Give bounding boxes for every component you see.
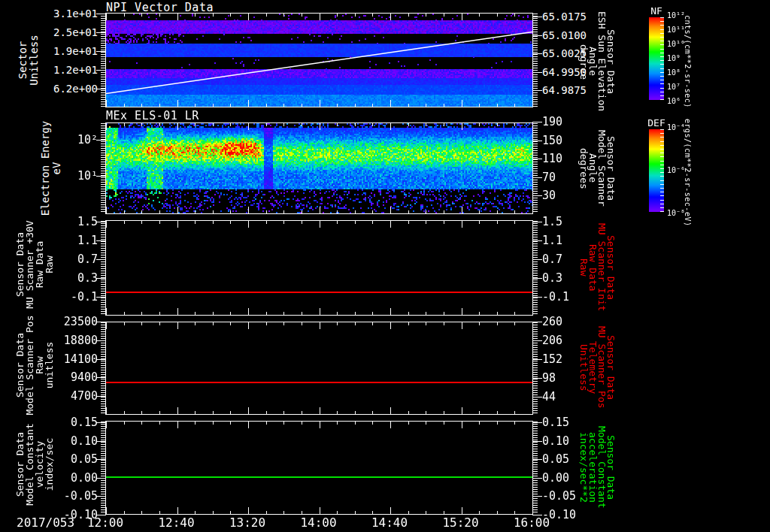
major-tick bbox=[96, 222, 106, 222]
panel5-plot bbox=[105, 421, 533, 515]
tick-label: 1.2e+01 bbox=[23, 63, 98, 77]
major-tick bbox=[96, 240, 106, 241]
x-tick-label: 14:40 bbox=[365, 515, 414, 530]
major-tick bbox=[96, 422, 106, 423]
major-tick bbox=[96, 278, 106, 279]
x-tick-label: 12:40 bbox=[152, 515, 202, 530]
tick-label: 1.1 bbox=[23, 234, 98, 247]
major-tick bbox=[532, 340, 542, 341]
major-tick bbox=[532, 359, 542, 360]
x-tick-label: 15:20 bbox=[436, 515, 486, 530]
tick-label: 6.2e+00 bbox=[23, 82, 98, 95]
tick-label: 0.05 bbox=[23, 452, 98, 466]
major-tick bbox=[532, 441, 542, 442]
major-tick bbox=[532, 72, 542, 73]
major-tick bbox=[532, 222, 542, 222]
major-tick bbox=[532, 496, 542, 497]
major-tick bbox=[96, 70, 106, 71]
axis-ticks bbox=[106, 210, 533, 213]
major-tick bbox=[532, 177, 542, 178]
axis-ticks bbox=[106, 322, 533, 325]
colorbar-def-label: DEF bbox=[644, 117, 669, 128]
colorbar-nf bbox=[649, 17, 664, 100]
tick-label: 0.10 bbox=[23, 434, 98, 448]
axis-ticks bbox=[106, 104, 533, 107]
x-tick-label: 12:00 bbox=[80, 515, 130, 530]
axis-ticks bbox=[106, 422, 533, 425]
major-tick bbox=[96, 359, 106, 360]
colorbar-nf-label: NF bbox=[644, 5, 669, 17]
tick-label: 14100 bbox=[23, 352, 98, 366]
panel1-plot bbox=[105, 13, 533, 107]
tick-label: 1.5 bbox=[23, 215, 98, 228]
major-tick bbox=[96, 259, 106, 260]
major-tick bbox=[96, 459, 106, 460]
colorbar-def bbox=[649, 129, 664, 212]
tick-label: 2.5e+01 bbox=[23, 26, 98, 39]
tick-label: 0.7 bbox=[23, 252, 98, 266]
panel5-left-tick-labels: 0.150.100.050.00-0.05-0.10 bbox=[23, 416, 98, 521]
major-tick bbox=[532, 259, 542, 260]
panel2-right-major-ticks bbox=[532, 122, 542, 195]
axis-ticks bbox=[106, 511, 533, 514]
major-tick bbox=[532, 322, 542, 322]
major-tick bbox=[96, 32, 106, 33]
axis-ticks bbox=[106, 14, 533, 17]
colorbar-ticks bbox=[660, 17, 664, 100]
panel1-left-major-ticks bbox=[96, 14, 106, 89]
panel2-title: MEx ELS-01 LR bbox=[106, 109, 199, 122]
major-tick bbox=[96, 297, 106, 298]
tick-label: 23500 bbox=[23, 315, 98, 328]
panel3-plot bbox=[105, 220, 533, 316]
panel4-plot bbox=[105, 322, 533, 415]
panel5-right-axis-title: Sensor Data Model Constant acceleration … bbox=[578, 396, 615, 532]
model-scanner-pos-line bbox=[106, 382, 532, 383]
model-constant-velocity-line bbox=[106, 476, 532, 478]
major-tick bbox=[532, 478, 542, 479]
x-tick-label: 16:00 bbox=[507, 515, 556, 530]
axis-ticks bbox=[106, 411, 533, 414]
tick-label: 10¹ bbox=[23, 169, 98, 183]
axis-ticks bbox=[106, 221, 533, 224]
panel1-left-tick-labels: 3.1e+012.5e+011.9e+011.2e+016.2e+00 bbox=[23, 7, 98, 95]
panel3-left-major-ticks bbox=[96, 222, 106, 297]
panel2-plot bbox=[105, 122, 533, 214]
major-tick bbox=[532, 53, 542, 54]
major-tick bbox=[532, 195, 542, 196]
major-tick bbox=[96, 51, 106, 52]
major-tick bbox=[96, 140, 106, 141]
figure: NPI Vector Data Sector Unitless 3.1e+012… bbox=[0, 0, 770, 532]
els-spectrogram-canvas bbox=[106, 123, 532, 213]
tick-label: 10² bbox=[23, 133, 98, 147]
tick-label: 3.1e+01 bbox=[23, 7, 98, 20]
major-tick bbox=[532, 459, 542, 460]
major-tick bbox=[532, 90, 542, 91]
mu-scanner-30v-line bbox=[106, 292, 532, 293]
x-tick-label: 14:00 bbox=[294, 515, 344, 530]
major-tick bbox=[532, 378, 542, 379]
panel5-right-major-ticks bbox=[532, 422, 542, 515]
major-tick bbox=[96, 377, 106, 378]
major-tick bbox=[532, 297, 542, 298]
major-tick bbox=[532, 159, 542, 159]
x-tick-label: 13:20 bbox=[223, 515, 272, 530]
major-tick bbox=[96, 322, 106, 322]
tick-label: 9400 bbox=[23, 370, 98, 384]
major-tick bbox=[96, 496, 106, 497]
tick-label: 0.00 bbox=[23, 471, 98, 485]
panel2-left-major-ticks bbox=[96, 140, 106, 176]
tick-label: 18800 bbox=[23, 334, 98, 347]
major-tick bbox=[532, 122, 542, 122]
colorbar-def-units: ergs/(cm**2-sr-sec-eV) bbox=[684, 119, 692, 224]
major-tick bbox=[96, 340, 106, 341]
major-tick bbox=[96, 14, 106, 14]
major-tick bbox=[532, 141, 542, 141]
major-tick bbox=[532, 278, 542, 279]
panel5-left-major-ticks bbox=[96, 422, 106, 515]
major-tick bbox=[96, 89, 106, 89]
major-tick bbox=[532, 17, 542, 17]
axis-ticks bbox=[106, 312, 533, 315]
major-tick bbox=[96, 176, 106, 177]
panel3-right-major-ticks bbox=[532, 222, 542, 297]
panel4-right-major-ticks bbox=[532, 322, 542, 397]
